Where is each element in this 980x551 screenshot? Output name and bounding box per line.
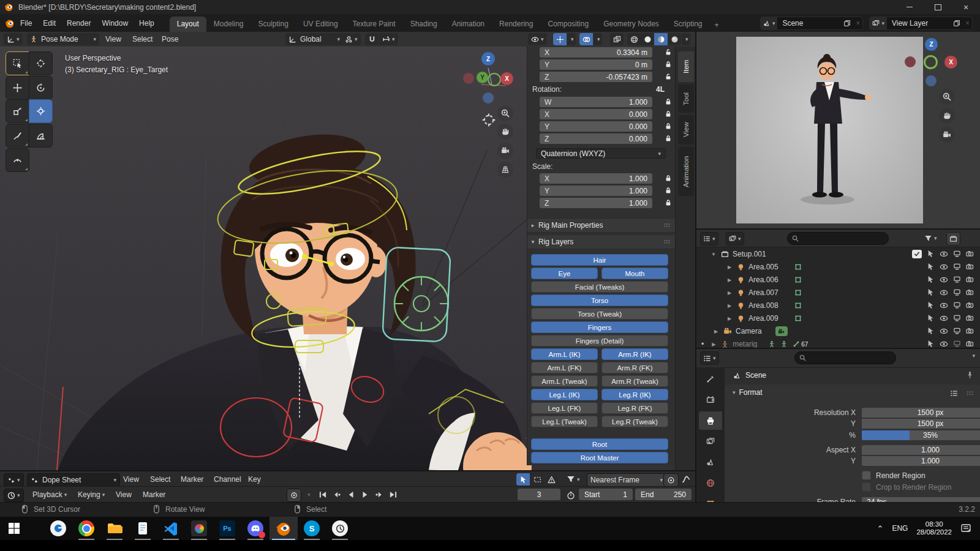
view-layer-name[interactable]: View Layer (887, 19, 951, 28)
minimize-button[interactable] (895, 0, 924, 14)
rig-layer-mouth[interactable]: Mouth (601, 268, 668, 279)
shading-material-button[interactable] (654, 33, 668, 45)
dope-menu-key[interactable]: Key (244, 473, 265, 485)
outliner-row-setup[interactable]: ▼ Setup.001 (696, 248, 980, 260)
render-disable-icon[interactable] (966, 340, 974, 348)
location-x-lock-icon[interactable] (665, 48, 672, 56)
dope-menu-marker[interactable]: Marker (176, 473, 208, 485)
taskbar-vscode[interactable] (157, 517, 185, 540)
tab-modeling[interactable]: Modeling (206, 17, 251, 32)
scale-y-lock-icon[interactable] (665, 187, 672, 194)
start-frame-field[interactable]: Start1 (579, 489, 633, 500)
tab-view[interactable]: View (678, 115, 694, 144)
dope-proportional-toggle[interactable] (663, 473, 679, 487)
taskbar-browser[interactable] (44, 517, 72, 540)
menu-edit[interactable]: Edit (37, 17, 61, 30)
gizmo-neg-y-axis[interactable] (488, 73, 501, 86)
rig-layer-arm-r-ik[interactable]: Arm.R (IK) (601, 348, 668, 360)
maximize-button[interactable] (924, 0, 952, 14)
play-button[interactable] (360, 489, 370, 500)
outliner-row-area006[interactable]: ▶Area.006 (696, 274, 980, 286)
viewport-menu-select[interactable]: Select (129, 33, 156, 45)
tray-chevron-icon[interactable]: ⌃ (877, 524, 884, 533)
aspect-x-field[interactable]: 1.000 (862, 445, 980, 455)
tab-compositing[interactable]: Compositing (540, 17, 596, 32)
gizmo-neg-z-axis[interactable] (483, 92, 494, 103)
camera-preview-viewport[interactable]: Z X (695, 32, 980, 228)
xray-toggle[interactable] (610, 33, 624, 45)
scale-x-lock-icon[interactable] (665, 174, 672, 182)
dope-snap-dropdown[interactable]: Nearest Frame▾ (587, 473, 666, 487)
selectable-icon[interactable] (927, 288, 935, 296)
next-keyframe-button[interactable] (374, 489, 384, 500)
view-layer-unlink-button[interactable]: × (963, 17, 972, 29)
properties-editor-type-button[interactable]: ▾ (700, 351, 719, 365)
rig-layer-leg-l-ik[interactable]: Leg.L (IK) (531, 389, 598, 400)
rig-layer-hair[interactable]: Hair (531, 254, 668, 266)
new-collection-button[interactable] (946, 232, 960, 246)
taskbar-clock[interactable]: 08:30 28/08/2022 (916, 520, 952, 536)
render-disable-icon[interactable] (966, 301, 974, 309)
play-reverse-button[interactable] (345, 489, 356, 500)
dope-editor-type-button[interactable]: ▾ (4, 473, 24, 487)
previous-keyframe-button[interactable] (331, 489, 342, 500)
view-layer-copy-button[interactable] (951, 17, 963, 29)
rig-layer-leg-r-tweak[interactable]: Leg.R (Tweak) (601, 416, 668, 427)
dope-menu-channel[interactable]: Channel (209, 473, 246, 485)
rotation-w-lock-icon[interactable] (665, 98, 672, 105)
viewport-disable-icon[interactable] (953, 288, 961, 296)
scene-name[interactable]: Scene (777, 19, 841, 28)
location-y-field[interactable]: Y0 m (540, 59, 652, 70)
snap-toggle[interactable] (365, 33, 379, 45)
tab-animation[interactable]: Animation (445, 17, 492, 32)
preview-zoom-button[interactable] (939, 89, 955, 105)
tab-view-layer-properties[interactable] (699, 432, 722, 451)
aspect-y-field[interactable]: 1.000 (862, 456, 980, 466)
rotation-y-lock-icon[interactable] (665, 122, 672, 130)
hide-eye-icon[interactable] (940, 314, 948, 323)
dope-mode-dropdown[interactable]: Dope Sheet▾ (27, 473, 120, 487)
outliner-search-input[interactable] (787, 232, 889, 245)
end-frame-field[interactable]: End250 (635, 489, 692, 500)
render-disable-icon[interactable] (966, 276, 974, 283)
selectable-icon[interactable] (927, 314, 935, 322)
resolution-y-field[interactable]: 1500 px (862, 419, 980, 429)
viewport-disable-icon[interactable] (953, 314, 961, 322)
preview-camera-view-button[interactable] (939, 127, 955, 143)
render-disable-icon[interactable] (966, 314, 974, 322)
gizmo-y-axis[interactable]: Y (477, 72, 488, 83)
tab-item[interactable]: Item (678, 51, 694, 82)
outliner-filter-type-button[interactable]: ▾ (726, 232, 744, 246)
tool-scale[interactable] (6, 99, 29, 123)
viewport-ortho-toggle-button[interactable] (497, 162, 513, 178)
hide-eye-icon[interactable] (940, 327, 948, 335)
jump-to-end-button[interactable] (388, 489, 398, 500)
preview-pan-button[interactable] (939, 108, 955, 124)
rig-layer-leg-l-tweak[interactable]: Leg.L (Tweak) (531, 416, 598, 427)
resolution-percent-slider[interactable]: 35% (862, 430, 980, 440)
rig-layer-root-master[interactable]: Root Master (531, 452, 668, 463)
tab-world-properties[interactable] (699, 474, 722, 492)
hide-eye-icon[interactable] (940, 263, 948, 271)
taskbar-file-explorer[interactable] (100, 517, 129, 540)
viewport-disable-icon[interactable] (953, 327, 961, 335)
viewport-disable-icon[interactable] (953, 250, 961, 258)
outliner-row-area005[interactable]: ▶Area.005 (696, 261, 980, 273)
hide-eye-icon[interactable] (940, 276, 948, 284)
outliner-row-area008[interactable]: ▶Area.008 (696, 299, 980, 312)
scene-copy-button[interactable] (841, 17, 853, 29)
rotation-x-lock-icon[interactable] (665, 110, 672, 118)
tab-uv-editing[interactable]: UV Editing (296, 17, 345, 32)
start-button[interactable] (0, 517, 28, 540)
gizmos-toggle[interactable] (553, 33, 567, 45)
overlays-toggle[interactable] (579, 33, 593, 45)
viewport-disable-icon[interactable] (953, 301, 961, 309)
selectable-icon[interactable] (927, 263, 935, 271)
tab-geometry-nodes[interactable]: Geometry Nodes (596, 17, 666, 32)
rig-main-properties-section[interactable]: ▸Rig Main Properties (527, 218, 676, 233)
tab-scripting[interactable]: Scripting (666, 17, 710, 32)
timeline-menu-view[interactable]: View (111, 489, 136, 501)
render-disable-icon[interactable] (966, 327, 974, 335)
crop-region-checkbox[interactable]: Crop to Render Region (862, 482, 951, 492)
render-region-checkbox[interactable]: Render Region (862, 471, 925, 480)
